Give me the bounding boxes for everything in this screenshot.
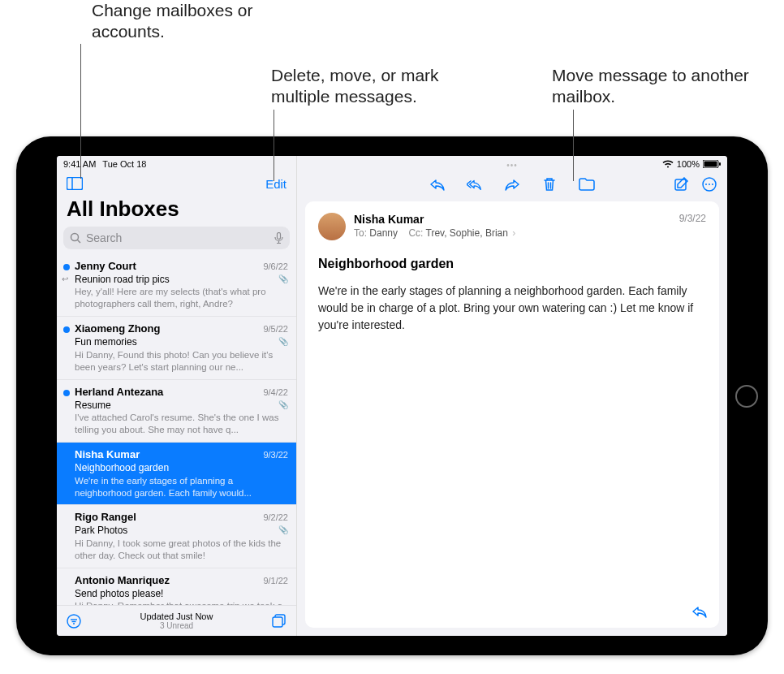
home-button[interactable] [735, 385, 758, 408]
more-icon[interactable] [701, 176, 717, 192]
message-row[interactable]: Nisha Kumar9/3/22Neighborhood gardenWe'r… [57, 443, 296, 505]
row-subject: Reunion road trip pics [75, 274, 170, 287]
row-preview: Hi Danny, Remember that awesome trip we … [75, 600, 288, 605]
row-preview: Hi Danny, I took some great photos of th… [75, 538, 288, 562]
compose-icon[interactable] [674, 176, 690, 192]
message-row[interactable]: Rigo Rangel9/2/22Park Photos📎Hi Danny, I… [57, 505, 296, 568]
message-card: Nisha Kumar To: Danny Cc: Trev, Sophie, … [305, 201, 719, 628]
row-preview: Hi Danny, Found this photo! Can you beli… [75, 349, 288, 374]
row-date: 9/5/22 [263, 323, 288, 335]
attachment-icon: 📎 [278, 274, 288, 287]
row-sender: Antonio Manriquez [75, 574, 170, 588]
unread-dot-icon [63, 264, 70, 270]
attachment-icon: 📎 [278, 525, 288, 538]
attachment-icon: 📎 [278, 336, 288, 349]
sidebar-toggle-icon[interactable] [67, 177, 83, 190]
avatar[interactable] [318, 213, 346, 240]
battery-percent: 100% [677, 159, 700, 169]
callout-move: Move message to another mailbox. [552, 65, 755, 108]
svg-line-6 [78, 240, 81, 244]
svg-rect-2 [719, 162, 721, 166]
search-icon [70, 232, 81, 244]
row-sender: Nisha Kumar [75, 448, 140, 462]
attachment-icon: 📎 [278, 400, 288, 413]
header-recipients[interactable]: To: Danny Cc: Trev, Sophie, Brian › [354, 227, 671, 239]
filter-icon[interactable] [67, 614, 81, 629]
callout-edit: Delete, move, or mark multiple messages. [271, 65, 482, 108]
row-sender: Herland Antezana [75, 386, 163, 400]
status-unread: 3 Unread [81, 621, 272, 630]
svg-rect-13 [273, 617, 282, 627]
message-row[interactable]: Xiaomeng Zhong9/5/22Fun memories📎Hi Dann… [57, 317, 296, 379]
move-folder-icon[interactable] [579, 176, 595, 192]
search-placeholder: Search [86, 231, 122, 244]
message-body: We're in the early stages of planning a … [318, 283, 706, 334]
svg-point-16 [705, 184, 707, 185]
svg-point-17 [709, 184, 710, 185]
unread-dot-icon [63, 390, 70, 396]
edit-button[interactable]: Edit [265, 177, 286, 191]
sidebar-title: All Inboxes [57, 195, 296, 227]
wifi-icon [662, 160, 674, 168]
row-subject: Neighborhood garden [75, 462, 169, 475]
search-input[interactable]: Search [63, 227, 290, 249]
header-from[interactable]: Nisha Kumar [354, 213, 671, 226]
header-date: 9/3/22 [679, 213, 706, 224]
status-date: Tue Oct 18 [102, 159, 146, 169]
quick-reply-icon[interactable] [691, 605, 708, 618]
row-subject: Resume [75, 400, 111, 413]
row-subject: Fun memories [75, 336, 137, 349]
row-preview: I've attached Carol's resume. She's the … [75, 412, 288, 436]
row-subject: Send photos please! [75, 588, 163, 601]
row-date: 9/3/22 [263, 449, 288, 460]
sidebar: Edit All Inboxes Search ↩Jenny Court9/6/… [57, 156, 297, 636]
status-updated: Updated Just Now [81, 611, 272, 621]
row-date: 9/4/22 [263, 387, 288, 398]
status-bar: 9:41 AM Tue Oct 18 100% [57, 156, 727, 172]
ipad-frame: 9:41 AM Tue Oct 18 100% Edit All [16, 136, 768, 655]
callout-mailboxes: Change mailboxes or accounts. [92, 0, 286, 43]
message-list: ↩Jenny Court9/6/22Reunion road trip pics… [57, 254, 296, 605]
forward-icon[interactable] [504, 176, 520, 192]
stacks-icon[interactable] [272, 614, 286, 629]
svg-rect-1 [704, 162, 717, 167]
svg-rect-7 [278, 232, 281, 239]
message-row[interactable]: Antonio Manriquez9/1/22Send photos pleas… [57, 568, 296, 605]
svg-rect-3 [67, 178, 83, 190]
main-toolbar: ••• [297, 172, 727, 197]
row-date: 9/6/22 [263, 261, 288, 272]
reply-all-icon[interactable] [467, 176, 483, 192]
svg-point-18 [712, 184, 713, 185]
reply-icon[interactable] [429, 176, 446, 192]
battery-icon [703, 160, 721, 168]
row-sender: Jenny Court [75, 260, 136, 274]
chevron-right-icon: › [512, 227, 515, 239]
row-subject: Park Photos [75, 525, 127, 538]
row-date: 9/2/22 [263, 512, 288, 523]
message-subject: Neighborhood garden [318, 257, 706, 271]
trash-icon[interactable] [541, 176, 558, 192]
screen: 9:41 AM Tue Oct 18 100% Edit All [57, 156, 727, 636]
svg-point-5 [71, 234, 79, 241]
row-date: 9/1/22 [263, 575, 288, 586]
row-sender: Xiaomeng Zhong [75, 322, 160, 336]
message-row[interactable]: Herland Antezana9/4/22Resume📎I've attach… [57, 380, 296, 443]
replied-icon: ↩ [62, 274, 68, 284]
message-row[interactable]: ↩Jenny Court9/6/22Reunion road trip pics… [57, 254, 296, 317]
row-sender: Rigo Rangel [75, 511, 136, 525]
message-pane: ••• [297, 156, 727, 636]
row-preview: Hey, y'all! Here are my selects (that's … [75, 286, 288, 310]
row-preview: We're in the early stages of planning a … [75, 475, 288, 499]
unread-dot-icon [63, 326, 70, 333]
dictate-icon[interactable] [274, 232, 283, 244]
